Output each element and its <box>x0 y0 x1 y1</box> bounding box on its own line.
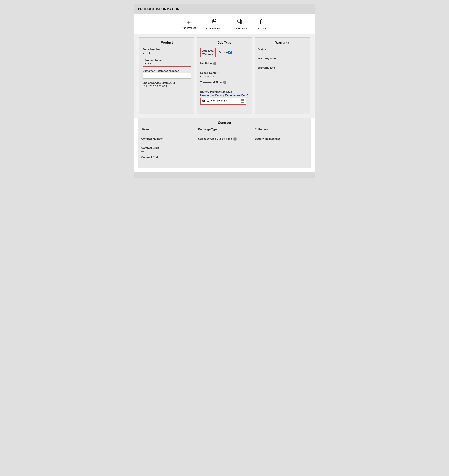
serial-number-value: UN- -1 <box>143 51 191 54</box>
battery-date-input-row[interactable]: 31-Jul-2023 12:00:00 <box>200 98 246 104</box>
configurations-button[interactable]: Configurations <box>231 19 248 30</box>
customer-ref-label: Customer Reference Number <box>143 69 191 73</box>
svg-rect-4 <box>237 19 241 24</box>
contract-status-label: Status <box>141 128 194 131</box>
contract-end-value: — <box>141 159 194 162</box>
battery-maintenance-value: — <box>255 141 308 144</box>
attachments-label: Attachments <box>206 27 221 30</box>
dispute-checkbox[interactable] <box>228 51 232 54</box>
contract-section-title: Contract <box>141 121 308 125</box>
warranty-start-value: — <box>258 60 307 63</box>
customer-ref-input[interactable] <box>143 73 191 79</box>
configurations-label: Configurations <box>231 27 248 30</box>
job-type-dispute-row: Job Type Warranty Dispute <box>200 48 249 59</box>
product-name-value: BTRY- <box>145 62 189 65</box>
contract-grid: Status — Contract Number — Contract Star… <box>141 128 308 165</box>
job-type-section: Job Type Job Type Warranty Dispute Net P… <box>197 37 252 114</box>
product-section-title: Product <box>143 41 191 45</box>
net-price-info-icon: i <box>213 62 216 65</box>
svg-rect-19 <box>243 101 243 101</box>
job-type-box: Job Type Warranty <box>200 48 216 57</box>
battery-maintenance-label: Battery Maintenance <box>255 137 308 140</box>
contract-col-3: Collection — Battery Maintenance — <box>255 128 308 165</box>
service-cutoff-label: Select Service Cut-off Time i <box>198 137 251 141</box>
repair-center-value: CTDI Poland <box>200 75 249 78</box>
svg-rect-17 <box>242 101 242 101</box>
add-product-label: Add Product <box>182 26 196 29</box>
warranty-section-title: Warranty <box>258 41 307 45</box>
add-product-button[interactable]: + Add Product <box>182 19 196 30</box>
warranty-end-value: — <box>258 70 307 73</box>
exchange-type-label: Exchange Type <box>198 128 251 131</box>
job-type-highlighted-box: Job Type Warranty <box>200 48 216 59</box>
warranty-status-label: Status <box>258 48 307 51</box>
page-title: PRODUCT INFORMATION <box>134 5 315 14</box>
dispute-label: Dispute <box>219 51 228 54</box>
calendar-icon[interactable] <box>241 99 244 103</box>
remove-icon <box>260 19 265 26</box>
eosl-label: End of Service Life(EOSL) <box>143 81 191 84</box>
job-type-section-title: Job Type <box>200 41 249 45</box>
warranty-start-label: Warranty Start <box>258 57 307 60</box>
battery-link[interactable]: How to find Battery Manufacture Date? <box>200 94 249 97</box>
sections-row: Product Serial Number UN- -1 Product Nam… <box>134 34 315 118</box>
dispute-field: Dispute <box>219 48 232 54</box>
attachments-button[interactable]: Attachments <box>206 19 221 30</box>
svg-rect-5 <box>238 20 240 22</box>
configurations-icon <box>236 19 242 26</box>
collection-value: — <box>255 131 308 134</box>
serial-number-label: Serial Number <box>143 48 191 51</box>
toolbar: + Add Product Attachments <box>134 14 315 34</box>
service-cutoff-info-icon: i <box>233 137 237 141</box>
turnaround-value: 10 <box>200 84 249 87</box>
turnaround-label: Turnaround Time i <box>200 81 249 84</box>
net-price-value: — <box>200 66 249 69</box>
service-cutoff-value <box>198 142 251 145</box>
product-name-highlighted: Product Name BTRY- <box>143 57 191 67</box>
turnaround-info-icon: i <box>223 81 226 84</box>
contract-start-value: — <box>141 150 194 153</box>
contract-section: Contract Status — Contract Number — Cont… <box>138 118 311 168</box>
warranty-status-value: — <box>258 51 307 54</box>
repair-center-label: Repair Center <box>200 72 249 74</box>
svg-rect-18 <box>242 101 243 101</box>
product-section: Product Serial Number UN- -1 Product Nam… <box>139 37 195 114</box>
battery-date-value: 31-Jul-2023 12:00:00 <box>202 100 241 103</box>
contract-end-label: Contract End <box>141 156 194 159</box>
product-information-panel: PRODUCT INFORMATION + Add Product Attach… <box>134 4 315 178</box>
bottom-bar <box>134 172 315 178</box>
eosl-value: 11/8/2026 05:00:00 AM <box>143 85 191 88</box>
remove-label: Remove <box>258 27 267 30</box>
job-type-label: Job Type <box>202 49 213 52</box>
exchange-type-value: — <box>198 131 251 134</box>
contract-status-value: — <box>141 131 194 134</box>
remove-button[interactable]: Remove <box>258 19 267 30</box>
collection-label: Collection <box>255 128 308 131</box>
contract-start-label: Contract Start <box>141 146 194 149</box>
product-name-label: Product Name <box>145 59 189 62</box>
net-price-label: Net Price i <box>200 62 249 65</box>
attachments-icon <box>211 19 216 26</box>
battery-mfg-label: Battery Manufacture Date <box>200 90 249 93</box>
warranty-end-label: Warranty End <box>258 66 307 69</box>
contract-number-value: — <box>141 141 194 144</box>
svg-rect-7 <box>261 20 264 24</box>
contract-number-label: Contract Number <box>141 137 194 140</box>
job-type-value: Warranty <box>202 53 213 56</box>
contract-col-2: Exchange Type — Select Service Cut-off T… <box>198 128 251 165</box>
warranty-section: Warranty Status — Warranty Start — Warra… <box>255 37 310 114</box>
add-icon: + <box>187 19 191 25</box>
contract-col-1: Status — Contract Number — Contract Star… <box>141 128 194 165</box>
